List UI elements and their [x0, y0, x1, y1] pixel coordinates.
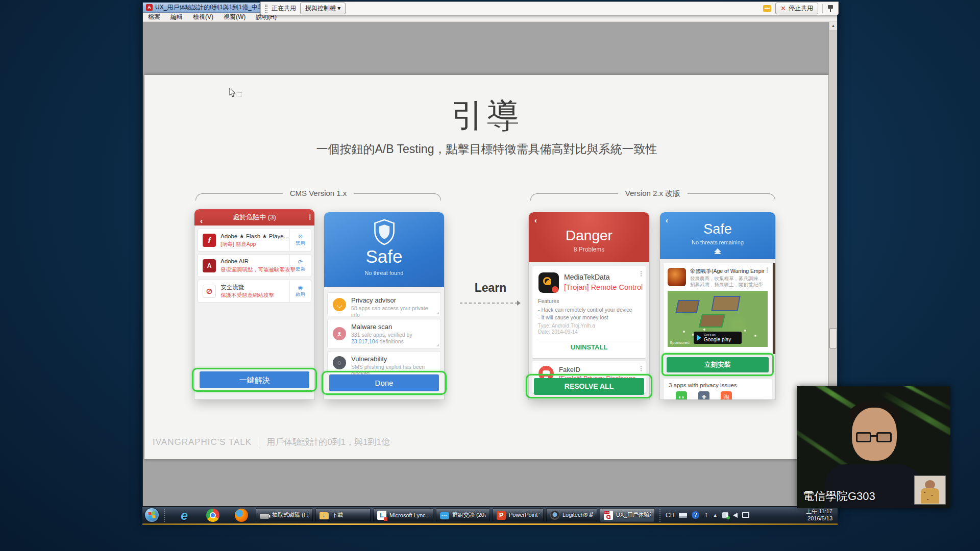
- taskbar-button-label: Logitech® 網...: [562, 511, 593, 519]
- group-left-bracket: CMS Version 1.x: [195, 193, 441, 205]
- play-triangle-icon: [697, 335, 701, 341]
- menu-file[interactable]: 檔案: [148, 13, 160, 21]
- pin-icon[interactable]: [827, 5, 834, 13]
- sharing-status-label: 正在共用: [272, 4, 296, 13]
- list-item[interactable]: ⊘ 安全流覽 保護不受惡意網站攻擊 ◉ 啟用: [198, 280, 311, 303]
- taskbar-button-lync[interactable]: L Microsoft Lync...: [373, 508, 433, 522]
- slide-title: 引導: [144, 93, 829, 138]
- overflow-menu-icon[interactable]: •••: [309, 214, 311, 220]
- taskbar-button-ux-pdf[interactable]: PDF UX_用戶体驗設...: [600, 508, 655, 522]
- overflow-menu-icon[interactable]: •••: [640, 365, 642, 371]
- internet-explorer-icon[interactable]: e: [178, 509, 191, 522]
- menu-edit[interactable]: 編輯: [170, 13, 183, 21]
- network-icon[interactable]: [742, 512, 749, 518]
- badge-bottom-text: Google play: [704, 337, 731, 342]
- game-building: [675, 300, 700, 313]
- google-play-badge[interactable]: Get it on Google play: [694, 332, 742, 344]
- glasses-bridge: [871, 435, 876, 437]
- device-icon[interactable]: ⇡: [704, 512, 708, 518]
- adobe-air-icon: A: [203, 259, 216, 272]
- malware-scan-row[interactable]: ᴥ Malware scan 331 safe apps, verified b…: [327, 319, 441, 348]
- wechat-app-icon[interactable]: ◖◗: [676, 391, 687, 399]
- drag-rect-indicator: [236, 92, 241, 96]
- phone-v2-danger: ‹ Danger 8 Problems •••: [529, 212, 649, 399]
- bracket-line: [354, 193, 441, 201]
- trojan-threat-label: [Trojan] Remote Control: [564, 283, 643, 291]
- taskbar-button-logitech[interactable]: Logitech® 網...: [546, 508, 597, 522]
- tray-grip: [659, 509, 662, 522]
- overflow-menu-icon[interactable]: •••: [640, 270, 642, 277]
- toolbar-divider: [822, 4, 823, 13]
- start-button[interactable]: [145, 508, 159, 522]
- features-label: Features: [538, 298, 559, 304]
- taskbar-button-label: 下載: [332, 511, 343, 519]
- menu-window[interactable]: 視窗(W): [224, 13, 246, 21]
- privacy-apps-card[interactable]: 3 apps with privacy issues ◖◗ ✚ 淘: [664, 379, 772, 399]
- screen-edge-accent: [142, 523, 838, 525]
- language-indicator[interactable]: CH: [666, 512, 674, 519]
- phone4-status: Safe: [660, 221, 775, 237]
- taobao-app-icon[interactable]: 淘: [721, 391, 732, 399]
- chevron-up-icon[interactable]: [660, 248, 775, 254]
- back-icon[interactable]: ‹: [534, 216, 537, 224]
- desktop: A UX_用戶体驗設計的0到1與1到1億_中華電信Talk.pdf - Adob…: [0, 0, 980, 551]
- back-icon[interactable]: ‹: [666, 216, 668, 224]
- glasses-icon: [876, 432, 892, 442]
- plus-app-icon[interactable]: ✚: [698, 391, 709, 399]
- corner-fold: [436, 312, 439, 314]
- update-action[interactable]: ⟳ 更新: [289, 255, 311, 277]
- app-name: Adobe ★ Flash ★ Playe...: [220, 233, 288, 240]
- row-desc: 58 apps can access your private info: [351, 305, 436, 318]
- taskbar-button-label: 抽取式磁碟 (F:): [272, 511, 309, 519]
- phone3-status: Danger: [529, 228, 649, 244]
- chrome-icon[interactable]: [206, 509, 219, 522]
- lync-sharing-toolbar: 正在共用 授與控制權 ▾ ✕停止共用: [260, 2, 839, 15]
- adobe-reader-icon: PDF: [604, 511, 613, 520]
- taskbar-button-label: Microsoft Lync...: [389, 512, 429, 518]
- help-status-icon[interactable]: ?: [692, 511, 699, 519]
- taskbar-clock[interactable]: 上午 11:17 2016/5/13: [806, 508, 832, 522]
- desc-text: 331 safe apps, verified by: [351, 332, 412, 338]
- overflow-menu-icon[interactable]: •••: [766, 267, 768, 273]
- keyboard-icon[interactable]: [679, 513, 687, 518]
- show-hidden-icons[interactable]: ▲: [713, 513, 718, 518]
- feature-line: - It will cause your money lost: [538, 314, 608, 320]
- downloads-folder-icon: ↓: [320, 512, 329, 519]
- taskbar-button-powerpoint[interactable]: P PowerPoint 投...: [493, 508, 544, 522]
- privacy-advisor-row[interactable]: ◡ Privacy advisor 58 apps can access you…: [327, 292, 441, 316]
- app-name: 安全流覽: [220, 284, 244, 291]
- mediatek-app-icon: [538, 272, 559, 293]
- phone3-status-sub: 8 Problems: [529, 246, 649, 253]
- phone2-status-sub: No threat found: [324, 270, 444, 276]
- menu-view[interactable]: 檢視(V): [193, 13, 213, 21]
- back-icon[interactable]: ‹: [200, 213, 203, 229]
- threat-date: Date: 2014-09-14: [538, 329, 578, 335]
- game-ad-card[interactable]: ••• 帝國戰爭(Age of Warring Empire) 發展農商，收集糧…: [664, 263, 772, 354]
- give-control-button[interactable]: 授與控制權 ▾: [300, 3, 346, 14]
- firefox-icon[interactable]: [235, 509, 248, 522]
- disable-action[interactable]: ⊘ 禁用: [289, 229, 311, 251]
- scroll-thumb[interactable]: [829, 328, 837, 348]
- scroll-up-arrow[interactable]: ▲: [829, 22, 837, 30]
- privacy-advisor-icon: ◡: [333, 298, 346, 311]
- stop-sharing-button[interactable]: ✕停止共用: [775, 3, 818, 14]
- game-screenshot: Sponsored Get it on Google play: [668, 291, 768, 347]
- trojan-app-name: MediaTekData: [564, 273, 610, 281]
- refresh-icon: ⟳: [298, 259, 303, 265]
- trojan-card[interactable]: ••• MediaTekData [Trojan] Remote Control…: [532, 266, 646, 358]
- volume-icon[interactable]: [733, 513, 738, 518]
- learn-label: Learn: [460, 281, 521, 295]
- uninstall-button[interactable]: UNINSTALL: [532, 343, 646, 351]
- taskbar-button-downloads[interactable]: ↓ 下載: [315, 508, 371, 522]
- windows-logo-icon: [148, 511, 156, 519]
- taskbar-button-removable-disk[interactable]: 抽取式磁碟 (F:): [256, 508, 313, 522]
- toolbar-grip-icon[interactable]: [265, 5, 267, 13]
- definitions-count[interactable]: 23,017,104: [351, 338, 378, 344]
- taskbar-button-group-chat[interactable]: ••• 群組交談 (207...: [436, 508, 490, 522]
- chat-bubble-icon[interactable]: [763, 5, 771, 12]
- phone-cms1-safe: Safe No threat found ◡ Privacy advisor 5…: [324, 212, 444, 399]
- list-item[interactable]: A Adobe AIR 發現漏洞弱點，可能被駭客攻擊 ⟳ 更新: [198, 254, 311, 277]
- list-item[interactable]: f Adobe ★ Flash ★ Playe... [病毒] 惡意App ⊘ …: [198, 229, 311, 252]
- enable-action[interactable]: ◉ 啟用: [289, 280, 311, 302]
- stop-x-icon: ✕: [780, 5, 786, 12]
